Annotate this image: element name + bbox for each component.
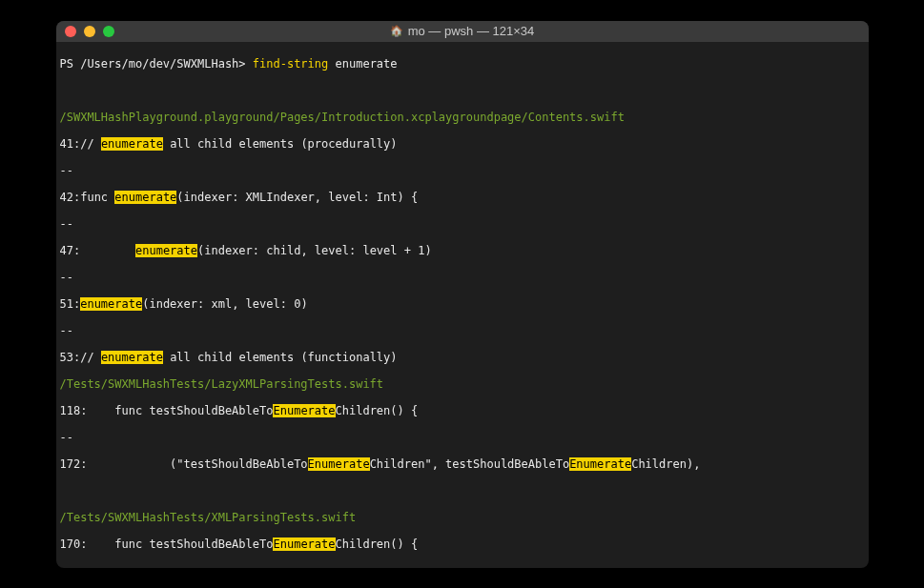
match-highlight: enumerate bbox=[101, 137, 163, 151]
minimize-button[interactable] bbox=[84, 26, 95, 37]
match-highlight: Enumerate bbox=[273, 404, 335, 417]
file-header: /SWXMLHashPlayground.playground/Pages/In… bbox=[60, 111, 865, 124]
match-highlight: Enumerate bbox=[273, 537, 335, 551]
result-line: 47: enumerate(indexer: child, level: lev… bbox=[60, 244, 865, 257]
separator: -- bbox=[60, 564, 865, 568]
home-icon: 🏠 bbox=[390, 25, 403, 37]
result-line: 118: func testShouldBeAbleToEnumerateChi… bbox=[60, 404, 865, 417]
prompt-line: PS /Users/mo/dev/SWXMLHash> find-string … bbox=[60, 57, 865, 71]
terminal-window: 🏠 mo — pwsh — 121×34 PS /Users/mo/dev/SW… bbox=[56, 21, 869, 568]
separator: -- bbox=[60, 164, 865, 177]
result-line: 53:// enumerate all child elements (func… bbox=[60, 351, 865, 364]
file-header: /Tests/SWXMLHashTests/XMLParsingTests.sw… bbox=[60, 511, 865, 524]
match-highlight: enumerate bbox=[135, 244, 197, 257]
traffic-lights bbox=[65, 26, 114, 37]
titlebar: 🏠 mo — pwsh — 121×34 bbox=[56, 21, 869, 42]
result-line: 41:// enumerate all child elements (proc… bbox=[60, 137, 865, 151]
separator: -- bbox=[60, 324, 865, 337]
match-highlight: Enumerate bbox=[308, 457, 370, 471]
command: find-string bbox=[253, 57, 328, 71]
terminal-output[interactable]: PS /Users/mo/dev/SWXMLHash> find-string … bbox=[56, 42, 869, 568]
separator: -- bbox=[60, 271, 865, 284]
close-button[interactable] bbox=[65, 26, 76, 37]
result-line: 42:func enumerate(indexer: XMLIndexer, l… bbox=[60, 191, 865, 204]
window-title: 🏠 mo — pwsh — 121×34 bbox=[390, 24, 535, 38]
match-highlight: Enumerate bbox=[569, 457, 631, 471]
command-arg: enumerate bbox=[328, 57, 397, 71]
file-header: /Tests/SWXMLHashTests/LazyXMLParsingTest… bbox=[60, 377, 865, 391]
result-line: 170: func testShouldBeAbleToEnumerateChi… bbox=[60, 537, 865, 551]
separator: -- bbox=[60, 431, 865, 444]
match-highlight: enumerate bbox=[114, 191, 176, 204]
blank-line bbox=[60, 484, 865, 497]
match-highlight: enumerate bbox=[101, 351, 163, 364]
result-line: 51:enumerate(indexer: xml, level: 0) bbox=[60, 297, 865, 311]
separator: -- bbox=[60, 217, 865, 231]
prompt-ps: PS /Users/mo/dev/SWXMLHash> bbox=[60, 57, 253, 71]
window-title-text: mo — pwsh — 121×34 bbox=[408, 24, 535, 38]
match-highlight: enumerate bbox=[80, 297, 142, 311]
maximize-button[interactable] bbox=[103, 26, 114, 37]
blank-line bbox=[60, 84, 865, 97]
result-line: 172: ("testShouldBeAbleToEnumerateChildr… bbox=[60, 457, 865, 471]
